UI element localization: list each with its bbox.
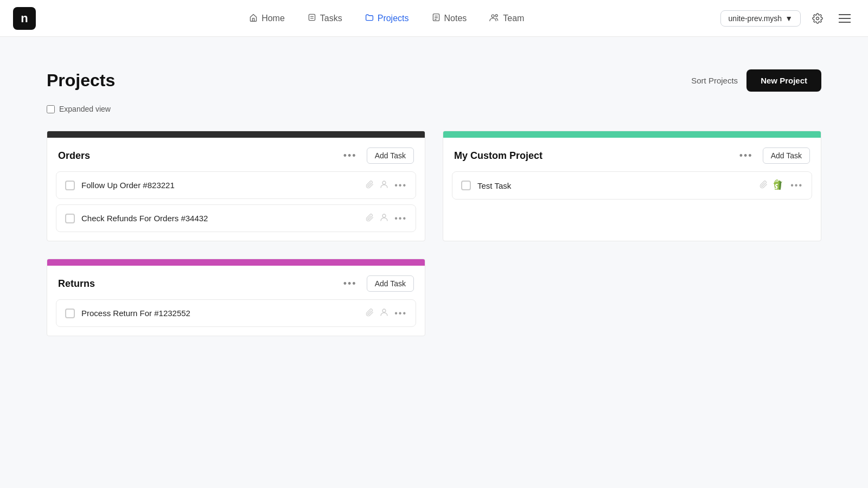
task-checkbox[interactable]	[65, 181, 75, 190]
task-item: Test Task •••	[452, 171, 812, 200]
project-dots-button-my-custom-project[interactable]: •••	[736, 149, 756, 163]
project-dots-button-orders[interactable]: •••	[340, 149, 360, 163]
project-name-orders: Orders	[58, 150, 90, 162]
paperclip-icon[interactable]	[366, 181, 374, 190]
task-name: Check Refunds For Orders #34432	[81, 214, 359, 223]
expanded-view-label[interactable]: Expanded view	[59, 105, 111, 113]
team-icon	[489, 13, 499, 24]
nav-tasks[interactable]: Tasks	[298, 9, 352, 28]
navbar: n Home Tasks	[0, 0, 868, 37]
task-dots-button[interactable]: •••	[790, 181, 803, 190]
task-dots-button[interactable]: •••	[394, 309, 407, 318]
svg-point-13	[382, 181, 386, 184]
svg-point-9	[816, 17, 819, 20]
svg-point-15	[382, 309, 386, 312]
paperclip-icon[interactable]	[366, 214, 374, 223]
task-name: Test Task	[477, 181, 753, 190]
navbar-right: unite-prev.mysh ▼	[720, 8, 855, 29]
page-title: Projects	[47, 70, 115, 91]
project-color-bar-orders	[47, 131, 425, 138]
user-icon[interactable]	[379, 307, 389, 319]
task-actions: •••	[366, 179, 407, 191]
project-color-bar-my-custom-project	[443, 131, 821, 138]
project-color-bar-returns	[47, 259, 425, 266]
sort-projects-button[interactable]: Sort Projects	[691, 76, 738, 85]
task-item: Check Refunds For Orders #34432 •••	[56, 204, 416, 232]
store-selector[interactable]: unite-prev.mysh ▼	[720, 10, 801, 27]
projects-icon	[365, 13, 374, 24]
task-checkbox[interactable]	[65, 309, 75, 318]
add-task-button-orders[interactable]: Add Task	[367, 147, 414, 164]
expanded-view-checkbox[interactable]	[47, 105, 55, 113]
tasks-list-orders: Follow Up Order #823221 •••Check Refunds…	[47, 171, 425, 241]
svg-point-7	[492, 15, 494, 17]
project-header-my-custom-project: My Custom Project•••Add Task	[443, 138, 821, 171]
app-logo[interactable]: n	[13, 7, 36, 30]
user-icon[interactable]	[379, 179, 389, 191]
paperclip-icon[interactable]	[760, 181, 768, 190]
task-actions: •••	[760, 179, 803, 191]
task-actions: •••	[366, 213, 407, 224]
project-card-orders: Orders•••Add TaskFollow Up Order #823221…	[47, 131, 425, 241]
notes-icon	[432, 13, 441, 24]
task-item: Process Return For #1232552 •••	[56, 299, 416, 327]
tasks-list-returns: Process Return For #1232552 •••	[47, 299, 425, 336]
task-dots-button[interactable]: •••	[394, 214, 407, 223]
svg-rect-0	[309, 14, 315, 20]
add-task-button-my-custom-project[interactable]: Add Task	[763, 147, 810, 164]
nav-home[interactable]: Home	[239, 9, 295, 28]
task-item: Follow Up Order #823221 •••	[56, 171, 416, 199]
project-header-returns: Returns•••Add Task	[47, 266, 425, 299]
hamburger-menu-button[interactable]	[834, 8, 855, 29]
project-actions-orders: •••Add Task	[340, 147, 414, 164]
svg-point-14	[382, 214, 386, 217]
main-content: Projects Sort Projects New Project Expan…	[0, 37, 868, 358]
chevron-down-icon: ▼	[785, 14, 793, 23]
add-task-button-returns[interactable]: Add Task	[367, 275, 414, 292]
project-actions-returns: •••Add Task	[340, 275, 414, 292]
project-header-orders: Orders•••Add Task	[47, 138, 425, 171]
expanded-view-toggle: Expanded view	[47, 105, 821, 113]
task-dots-button[interactable]: •••	[394, 181, 407, 190]
tasks-icon	[308, 13, 316, 24]
svg-point-8	[495, 14, 497, 16]
new-project-button[interactable]: New Project	[746, 69, 821, 92]
nav-links: Home Tasks Projects	[53, 9, 720, 28]
task-checkbox[interactable]	[65, 214, 75, 223]
tasks-list-my-custom-project: Test Task •••	[443, 171, 821, 208]
page-header: Projects Sort Projects New Project	[47, 69, 821, 92]
header-actions: Sort Projects New Project	[691, 69, 821, 92]
project-card-returns: Returns•••Add TaskProcess Return For #12…	[47, 259, 425, 336]
shopify-icon[interactable]	[773, 179, 785, 191]
task-checkbox[interactable]	[461, 181, 471, 190]
task-name: Follow Up Order #823221	[81, 181, 359, 190]
paperclip-icon[interactable]	[366, 309, 374, 318]
project-name-returns: Returns	[58, 278, 95, 290]
nav-projects[interactable]: Projects	[355, 9, 419, 28]
project-name-my-custom-project: My Custom Project	[454, 150, 542, 162]
task-actions: •••	[366, 307, 407, 319]
project-dots-button-returns[interactable]: •••	[340, 277, 360, 291]
project-actions-my-custom-project: •••Add Task	[736, 147, 810, 164]
task-name: Process Return For #1232552	[81, 309, 359, 318]
home-icon	[249, 13, 258, 24]
projects-grid: Orders•••Add TaskFollow Up Order #823221…	[47, 131, 821, 336]
nav-team[interactable]: Team	[480, 9, 534, 28]
nav-notes[interactable]: Notes	[422, 9, 477, 28]
settings-button[interactable]	[807, 8, 828, 29]
project-card-my-custom-project: My Custom Project•••Add TaskTest Task ••…	[443, 131, 821, 241]
user-icon[interactable]	[379, 213, 389, 224]
